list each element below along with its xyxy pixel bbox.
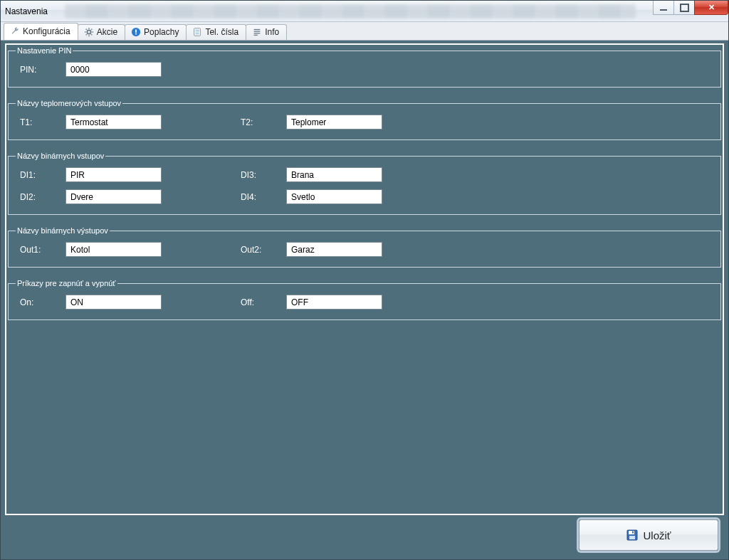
on-input[interactable] xyxy=(65,295,162,310)
svg-line-5 xyxy=(85,29,86,30)
svg-line-6 xyxy=(91,34,92,35)
config-scroll: Nastavenie PIN PIN: Názvy teplomerových … xyxy=(6,45,723,514)
di1-input[interactable] xyxy=(65,167,162,182)
out2-label: Out2: xyxy=(236,245,286,255)
maximize-button[interactable] xyxy=(673,1,695,15)
di1-label: DI1: xyxy=(16,170,65,180)
window-title: Nastavenia xyxy=(5,6,48,16)
group-temp-legend: Názvy teplomerových vstupov xyxy=(16,99,122,107)
titlebar-blur xyxy=(65,4,636,19)
group-temp: Názvy teplomerových vstupov T1: T2: xyxy=(8,99,721,140)
svg-line-8 xyxy=(91,29,92,30)
tab-konfiguracia[interactable]: Konfigurácia xyxy=(4,23,78,40)
on-label: On: xyxy=(16,297,65,307)
t1-input[interactable] xyxy=(65,115,162,130)
save-button[interactable]: Uložiť xyxy=(579,519,718,551)
lines-icon xyxy=(252,27,262,37)
t1-label: T1: xyxy=(16,117,65,127)
group-dout-legend: Názvy binárnych výstupov xyxy=(16,226,110,235)
svg-point-0 xyxy=(87,30,90,33)
out1-label: Out1: xyxy=(16,245,65,255)
tab-label: Konfigurácia xyxy=(23,26,70,36)
svg-rect-11 xyxy=(135,33,137,35)
tab-tel-cisla[interactable]: Tel. čísla xyxy=(186,24,246,40)
content-area: Nastavenie PIN PIN: Názvy teplomerových … xyxy=(1,41,728,559)
group-din-legend: Názvy binárnych vstupov xyxy=(16,152,105,160)
svg-rect-23 xyxy=(632,532,634,534)
off-label: Off: xyxy=(236,297,286,307)
out2-input[interactable] xyxy=(286,242,382,257)
t2-label: T2: xyxy=(236,117,286,127)
minimize-button[interactable] xyxy=(653,1,674,15)
di2-input[interactable] xyxy=(65,189,162,204)
group-pin: Nastavenie PIN PIN: xyxy=(8,46,721,88)
di3-input[interactable] xyxy=(286,167,382,182)
tab-poplachy[interactable]: Poplachy xyxy=(125,24,187,40)
gear-icon xyxy=(84,27,94,37)
group-cmd: Príkazy pre zapnúť a vypnúť On: Off: xyxy=(8,279,721,320)
di2-label: DI2: xyxy=(16,192,65,202)
alert-icon xyxy=(131,27,141,37)
group-dout: Názvy binárnych výstupov Out1: Out2: xyxy=(8,226,721,268)
svg-line-7 xyxy=(85,34,86,35)
titlebar: Nastavenia xyxy=(1,1,728,22)
group-pin-legend: Nastavenie PIN xyxy=(16,46,73,55)
window-controls xyxy=(654,1,728,15)
svg-rect-10 xyxy=(135,30,137,33)
save-icon xyxy=(626,529,638,541)
out1-input[interactable] xyxy=(65,242,162,257)
app-window: Nastavenia Konfigurácia Akcie Poplachy xyxy=(0,0,729,560)
tab-akcie[interactable]: Akcie xyxy=(78,24,125,40)
phone-list-icon xyxy=(192,27,202,37)
group-cmd-legend: Príkazy pre zapnúť a vypnúť xyxy=(16,279,117,287)
tabstrip: Konfigurácia Akcie Poplachy Tel. čísla I… xyxy=(1,22,728,41)
tab-label: Poplachy xyxy=(144,27,179,37)
pin-label: PIN: xyxy=(16,65,65,75)
tab-info[interactable]: Info xyxy=(246,24,287,40)
di4-input[interactable] xyxy=(286,189,382,204)
save-button-label: Uložiť xyxy=(644,529,671,541)
tab-label: Akcie xyxy=(97,27,117,37)
di4-label: DI4: xyxy=(236,192,286,202)
off-input[interactable] xyxy=(286,295,382,310)
tab-label: Info xyxy=(265,27,279,37)
config-panel: Nastavenie PIN PIN: Názvy teplomerových … xyxy=(5,43,724,515)
close-button[interactable] xyxy=(694,1,728,15)
group-din: Názvy binárnych vstupov DI1: DI3: xyxy=(8,152,721,215)
di3-label: DI3: xyxy=(236,170,286,180)
pin-input[interactable] xyxy=(65,62,162,77)
wrench-icon xyxy=(10,26,20,36)
t2-input[interactable] xyxy=(286,115,382,130)
footer: Uložiť xyxy=(5,515,724,555)
svg-rect-22 xyxy=(629,536,635,539)
tab-label: Tel. čísla xyxy=(205,27,238,37)
